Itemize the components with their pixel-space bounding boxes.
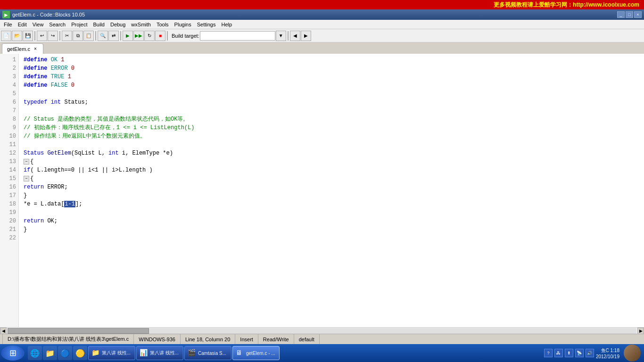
line-number-15: 15 — [0, 174, 16, 183]
quicklaunch-ie[interactable]: 🌐 — [28, 346, 42, 360]
code-line-7[interactable] — [24, 107, 639, 115]
maximize-button[interactable]: □ — [626, 11, 633, 18]
start-button[interactable]: ⊞ — [1, 346, 25, 361]
code-line-10[interactable]: // 操作结果：用e返回L中第i个数据元素的值。 — [24, 132, 639, 140]
line-number-4: 4 — [0, 81, 16, 90]
taskbar-item-1[interactable]: 📊 第八讲 线性... — [136, 346, 183, 360]
line-number-13: 13 — [0, 157, 16, 166]
taskbar-item-0[interactable]: 📁 第八讲 线性... — [88, 346, 135, 360]
paste-button[interactable]: 📋 — [83, 31, 94, 41]
code-content[interactable]: #define OK 1#define ERROR 0#define TRUE … — [19, 54, 644, 327]
status-encoding: WINDOWS-936 — [134, 334, 181, 344]
separator-2 — [59, 31, 60, 41]
rebuild-button[interactable]: ↻ — [144, 31, 155, 41]
fold-button-13[interactable]: − — [24, 159, 29, 165]
tab-label: getElem.c — [7, 46, 30, 52]
code-line-22[interactable] — [24, 234, 639, 242]
fold-button-15[interactable]: − — [24, 176, 29, 181]
menu-help[interactable]: Help — [218, 20, 235, 29]
code-text-17: } — [24, 191, 27, 200]
tray-icon-volume[interactable]: 🔊 — [586, 349, 594, 357]
code-line-9[interactable]: // 初始条件：顺序线性表L已存在，1 <= i <= ListLength(L… — [24, 123, 639, 132]
code-line-17[interactable]: } — [24, 191, 639, 200]
line-number-6: 6 — [0, 98, 16, 107]
horizontal-scrollbar[interactable]: ◀ ▶ — [0, 327, 644, 334]
replace-button[interactable]: ⇄ — [108, 31, 119, 41]
menu-edit[interactable]: Edit — [15, 20, 30, 29]
tab-getelem[interactable]: getElem.c × — [2, 43, 43, 54]
code-line-5[interactable] — [24, 90, 639, 98]
copy-button[interactable]: ⧉ — [73, 31, 83, 41]
code-line-21[interactable]: } — [24, 225, 639, 234]
code-line-11[interactable] — [24, 140, 639, 149]
stop-button[interactable]: ■ — [155, 31, 165, 41]
tray-icon-help[interactable]: ? — [544, 349, 553, 357]
tab-close-button[interactable]: × — [33, 46, 38, 52]
code-text-4: #define FALSE 0 — [24, 81, 74, 90]
minimize-button[interactable]: _ — [617, 11, 625, 18]
code-line-20[interactable]: return OK; — [24, 217, 639, 225]
build-target-input[interactable] — [200, 31, 275, 41]
save-button[interactable]: 💾 — [23, 31, 33, 41]
code-line-19[interactable] — [24, 208, 639, 217]
code-line-4[interactable]: #define FALSE 0 — [24, 81, 639, 90]
menu-search[interactable]: Search — [46, 20, 68, 29]
status-syntax: default — [294, 334, 320, 344]
menu-tools[interactable]: Tools — [154, 20, 172, 29]
quicklaunch-browser[interactable]: 🔵 — [58, 346, 72, 360]
menu-view[interactable]: View — [30, 20, 47, 29]
code-line-15[interactable]: − { — [24, 174, 639, 183]
code-line-2[interactable]: #define ERROR 0 — [24, 64, 639, 73]
cut-button[interactable]: ✂ — [62, 31, 72, 41]
redo-button[interactable]: ↪ — [48, 31, 58, 41]
scroll-left-button[interactable]: ◀ — [0, 328, 7, 334]
search-toolbar-button[interactable]: 🔍 — [98, 31, 108, 41]
build-button[interactable]: ▶▶ — [133, 31, 144, 41]
tray-icon-network[interactable]: 🖧 — [554, 349, 563, 357]
menu-plugins[interactable]: Plugins — [172, 20, 194, 29]
code-line-12[interactable]: Status GetElem(SqList L, int i, ElemType… — [24, 149, 639, 157]
menu-settings[interactable]: Settings — [194, 20, 219, 29]
app-icon: ▶ — [2, 11, 10, 18]
build-target-dropdown[interactable]: ▼ — [276, 31, 286, 41]
code-line-14[interactable]: if( L.length==0 || i<1 || i>L.length ) — [24, 166, 639, 174]
next-button[interactable]: ▶ — [301, 31, 311, 41]
taskbar-item-3[interactable]: 🖥 getElem.c - ... — [232, 346, 280, 360]
user-avatar[interactable] — [624, 345, 641, 362]
taskbar-label-3: getElem.c - ... — [246, 351, 275, 356]
menu-project[interactable]: Project — [68, 20, 90, 29]
menu-debug[interactable]: Debug — [107, 20, 128, 29]
menu-wxsmith[interactable]: wxSmith — [128, 20, 154, 29]
system-tray: ? 🖧 ⬆ 📡 🔊 鱼C 1:18 2012/10/19 — [542, 345, 643, 362]
code-line-16[interactable]: return ERROR; — [24, 183, 639, 191]
scrollbar-thumb[interactable] — [8, 328, 149, 334]
separator-4 — [120, 31, 121, 41]
quicklaunch-folder[interactable]: 📁 — [43, 346, 57, 360]
scroll-right-button[interactable]: ▶ — [637, 328, 644, 334]
menu-file[interactable]: File — [1, 20, 15, 29]
system-clock[interactable]: 鱼C 1:18 2012/10/19 — [596, 347, 619, 359]
taskbar-item-2[interactable]: 🎬 Camtasia S... — [184, 346, 231, 360]
tray-icon-misc2[interactable]: 📡 — [575, 349, 584, 357]
quicklaunch-extra[interactable]: 🟡 — [73, 346, 87, 360]
scrollbar-track[interactable] — [8, 328, 636, 334]
code-line-3[interactable]: #define TRUE 1 — [24, 73, 639, 81]
line-number-11: 11 — [0, 140, 16, 149]
new-button[interactable]: 📄 — [1, 31, 11, 41]
code-line-6[interactable]: typedef int Status; — [24, 98, 639, 107]
code-text-10: // 操作结果：用e返回L中第i个数据元素的值。 — [24, 132, 146, 140]
build-target-label: Build target: — [172, 33, 199, 39]
tray-icon-misc1[interactable]: ⬆ — [565, 349, 573, 357]
code-editor: 12345678910111213141516171819202122 #def… — [0, 54, 644, 327]
code-line-1[interactable]: #define OK 1 — [24, 56, 639, 64]
open-button[interactable]: 📂 — [12, 31, 22, 41]
code-line-18[interactable]: *e = L.data[i-1]; — [24, 200, 639, 208]
undo-button[interactable]: ↩ — [37, 31, 47, 41]
code-line-13[interactable]: −{ — [24, 157, 639, 166]
menu-build[interactable]: Build — [90, 20, 107, 29]
code-text-20: return OK; — [24, 217, 58, 225]
close-button[interactable]: × — [634, 11, 642, 18]
code-line-8[interactable]: // Status 是函数的类型，其值是函数结果状态代码，如OK等。 — [24, 115, 639, 123]
run-button[interactable]: ▶ — [123, 31, 133, 41]
prev-button[interactable]: ◀ — [290, 31, 300, 41]
